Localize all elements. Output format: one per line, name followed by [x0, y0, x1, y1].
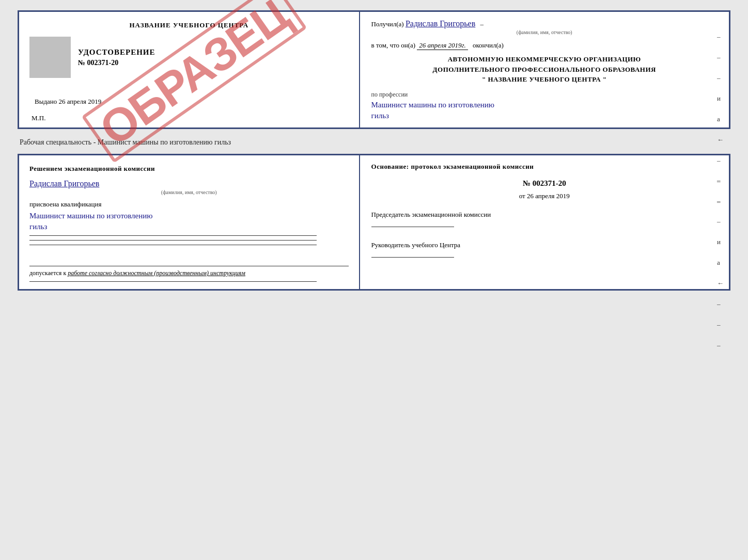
org-line3: " НАЗВАНИЕ УЧЕБНОГО ЦЕНТРА " [371, 74, 718, 85]
name-subtitle-bottom: (фамилия, имя, отчество) [29, 189, 349, 195]
dash-1: – [717, 33, 724, 41]
vibdano-date: 26 апреля 2019 [59, 98, 102, 105]
dash-4: и [717, 94, 724, 103]
udostoverenie-block: УДОСТОВЕРЕНИЕ № 002371-20 [78, 48, 155, 67]
dash-5: а [717, 115, 724, 123]
cert-left: НАЗВАНИЕ УЧЕБНОГО ЦЕНТРА УДОСТОВЕРЕНИЕ №… [19, 12, 360, 127]
recipient-name-top: Радислав Григорьев [406, 19, 475, 28]
certificate-top: НАЗВАНИЕ УЧЕБНОГО ЦЕНТРА УДОСТОВЕРЕНИЕ №… [18, 10, 730, 129]
predsedatel-sign-line [371, 227, 454, 227]
rukovoditel-label: Руководитель учебного Центра [371, 240, 718, 250]
vtom-label: в том, что он(а) [371, 41, 416, 49]
dash-2: – [717, 53, 724, 61]
ot-date: от 26 апреля 2019 [371, 192, 718, 200]
stamp-area: УДОСТОВЕРЕНИЕ № 002371-20 [29, 37, 349, 78]
mp-line: М.П. [29, 114, 349, 122]
poluchil-label: Получил(а) [371, 20, 404, 28]
rukovoditel-sign-line [371, 257, 454, 258]
separator-text: Рабочая специальность - Машинист машины … [20, 138, 730, 147]
protocol-number: № 002371-20 [371, 179, 718, 188]
b-dash-2: – [717, 197, 724, 205]
vtom-line: в том, что он(а) 26 апреля 2019г. окончи… [371, 41, 718, 50]
dopuskaetsya-block: допускается к работе согласно должностны… [29, 266, 349, 277]
cert-right: Получил(а) Радислав Григорьев – (фамилия… [360, 12, 729, 127]
org-line1: АВТОНОМНУЮ НЕКОММЕРЧЕСКУЮ ОРГАНИЗАЦИЮ [371, 54, 718, 65]
dash-top: – [480, 20, 484, 28]
prisvoyena-label: присвоена квалификация [29, 200, 349, 209]
b-dash-9: – [717, 341, 724, 349]
qualification-text: Машинист машины по изготовлению гильз [29, 211, 349, 232]
ot-label: от [519, 192, 525, 200]
b-dash-8: – [717, 321, 724, 329]
predsedatel-label: Председатель экзаменационной комиссии [371, 210, 718, 220]
dash-3: – [717, 74, 724, 82]
udostoverenie-label: УДОСТОВЕРЕНИЕ [78, 48, 155, 57]
ot-date-value: 26 апреля 2019 [527, 192, 570, 200]
document-container: НАЗВАНИЕ УЧЕБНОГО ЦЕНТРА УДОСТОВЕРЕНИЕ №… [18, 10, 730, 291]
dopusk-text: работе согласно должностным (производств… [68, 269, 245, 277]
org-line2: ДОПОЛНИТЕЛЬНОГО ПРОФЕССИОНАЛЬНОГО ОБРАЗО… [371, 65, 718, 75]
vibdano-line: Выдано 26 апреля 2019 [29, 98, 349, 106]
cert-bottom-right: Основание: протокол экзаменационной коми… [360, 155, 729, 289]
profession-label: по профессии [371, 91, 718, 99]
name-subtitle-top: (фамилия, имя, отчество) [371, 29, 718, 35]
okончил-label: окончил(а) [473, 41, 504, 49]
osnovaniye-title: Основание: протокол экзаменационной коми… [371, 163, 718, 171]
profession-name-top: Машинист машины по изготовлению гильз [371, 100, 718, 121]
b-dash-1: – [717, 176, 724, 184]
decision-title: Решением экзаменационной комиссии [29, 165, 349, 173]
recipient-name-bottom: Радислав Григорьев [29, 179, 349, 188]
rukovoditel-block: Руководитель учебного Центра [371, 240, 718, 260]
predsedatel-block: Председатель экзаменационной комиссии [371, 210, 718, 230]
cert-bottom-left: Решением экзаменационной комиссии Радисл… [19, 155, 360, 289]
dopuskaetsya-label: допускается к [29, 269, 66, 277]
certificate-bottom: Решением экзаменационной комиссии Радисл… [18, 154, 730, 291]
cert-number: № 002371-20 [78, 59, 155, 67]
photo-placeholder [29, 37, 71, 78]
vibdano-label: Выдано [35, 98, 57, 105]
vtom-date: 26 апреля 2019г. [417, 41, 467, 50]
b-dash-3: – [717, 217, 724, 226]
cert-title: НАЗВАНИЕ УЧЕБНОГО ЦЕНТРА [29, 21, 349, 29]
right-side-dashes-bottom: – – – и а ← – – – [717, 176, 724, 349]
b-dash-7: – [717, 300, 724, 308]
dash-6: ← [717, 136, 724, 144]
poluchil-line: Получил(а) Радислав Григорьев – (фамилия… [371, 19, 718, 35]
b-dash-5: а [717, 259, 724, 267]
org-block: АВТОНОМНУЮ НЕКОММЕРЧЕСКУЮ ОРГАНИЗАЦИЮ ДО… [371, 54, 718, 85]
b-dash-6: ← [717, 279, 724, 287]
b-dash-4: и [717, 238, 724, 246]
